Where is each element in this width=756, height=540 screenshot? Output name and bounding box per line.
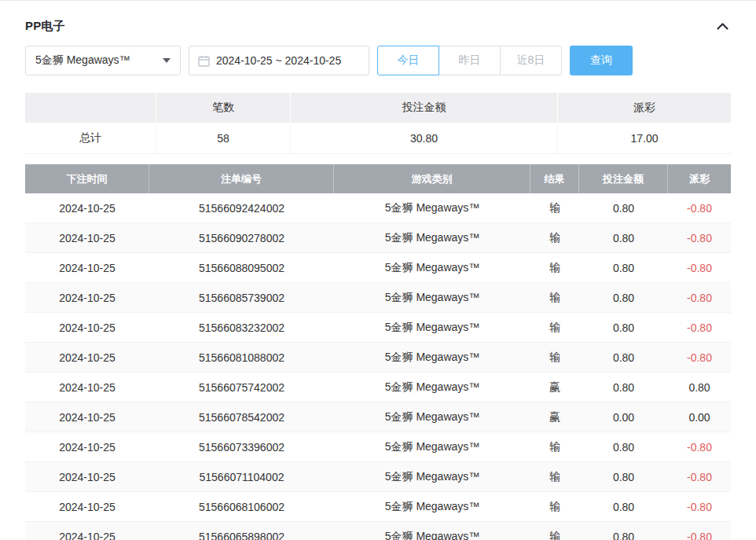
- summary-header-count: 笔数: [156, 93, 291, 123]
- table-row: 2024-10-25515660832320025金狮 Megaways™输0.…: [25, 313, 731, 343]
- cell-payout: 0.80: [668, 373, 731, 402]
- game-select[interactable]: 5金狮 Megaways™: [25, 46, 181, 75]
- date-range-input[interactable]: 2024-10-25 ~ 2024-10-25: [189, 46, 369, 75]
- summary-total-label: 总计: [25, 123, 156, 153]
- cell-result: 输: [530, 313, 579, 342]
- summary-header-row: 笔数 投注金额 派彩: [25, 93, 731, 123]
- cell-bet-amount: 0.80: [579, 193, 668, 222]
- collapse-panel-button[interactable]: [714, 20, 731, 32]
- range-button-yesterday[interactable]: 昨日: [439, 46, 501, 75]
- page-title: PP电子: [25, 19, 65, 34]
- cell-payout: -0.80: [668, 283, 731, 312]
- cell-order-id: 51566073396002: [149, 432, 334, 461]
- cell-result: 赢: [530, 402, 579, 432]
- cell-order-id: 51566071104002: [149, 462, 334, 491]
- table-row: 2024-10-25515660785420025金狮 Megaways™赢0.…: [25, 402, 731, 432]
- cell-result: 输: [530, 193, 579, 222]
- bet-table-body: 2024-10-25515660924240025金狮 Megaways™输0.…: [25, 193, 731, 540]
- cell-game-type: 5金狮 Megaways™: [334, 223, 530, 252]
- range-button-today[interactable]: 今日: [377, 46, 439, 75]
- date-range-value: 2024-10-25 ~ 2024-10-25: [216, 54, 341, 67]
- summary-table: 笔数 投注金额 派彩 总计 58 30.80 17.00: [25, 93, 731, 154]
- cell-bet-amount: 0.80: [579, 343, 668, 372]
- cell-payout: -0.80: [668, 432, 731, 461]
- cell-result: 输: [530, 492, 579, 521]
- cell-order-id: 51566081088002: [149, 343, 334, 372]
- cell-bet-time: 2024-10-25: [25, 462, 149, 491]
- table-row: 2024-10-25515660810880025金狮 Megaways™输0.…: [25, 343, 731, 373]
- cell-payout: 0.00: [668, 402, 731, 432]
- table-row: 2024-10-25515660757420025金狮 Megaways™赢0.…: [25, 373, 731, 402]
- cell-game-type: 5金狮 Megaways™: [334, 343, 530, 372]
- cell-bet-time: 2024-10-25: [25, 373, 149, 402]
- cell-result: 输: [530, 283, 579, 312]
- cell-order-id: 51566065898002: [149, 522, 334, 540]
- cell-bet-time: 2024-10-25: [25, 492, 149, 521]
- filter-toolbar: 5金狮 Megaways™ 2024-10-25 ~ 2024-10-25 今日…: [25, 46, 731, 75]
- cell-order-id: 51566085739002: [149, 283, 334, 312]
- cell-result: 输: [530, 462, 579, 491]
- cell-order-id: 51566092424002: [149, 193, 334, 222]
- cell-game-type: 5金狮 Megaways™: [334, 313, 530, 342]
- table-row: 2024-10-25515660857390025金狮 Megaways™输0.…: [25, 283, 731, 313]
- cell-payout: -0.80: [668, 223, 731, 252]
- cell-bet-time: 2024-10-25: [25, 432, 149, 461]
- cell-bet-time: 2024-10-25: [25, 402, 149, 432]
- table-row: 2024-10-25515660658980025金狮 Megaways™输0.…: [25, 522, 731, 540]
- cell-payout: -0.80: [668, 343, 731, 372]
- header-result: 结果: [530, 164, 579, 193]
- search-button[interactable]: 查询: [570, 46, 633, 75]
- cell-payout: -0.80: [668, 462, 731, 491]
- pp-electronic-panel: PP电子 5金狮 Megaways™ 2024-10-25 ~ 2024-10-…: [0, 0, 756, 540]
- table-row: 2024-10-25515660924240025金狮 Megaways™输0.…: [25, 193, 731, 223]
- summary-total-bet-amount: 30.80: [291, 123, 558, 153]
- cell-game-type: 5金狮 Megaways™: [334, 462, 530, 491]
- header-bet-amount: 投注金额: [579, 164, 668, 193]
- panel-header: PP电子: [25, 1, 731, 46]
- range-button-last8days[interactable]: 近8日: [500, 46, 562, 75]
- cell-game-type: 5金狮 Megaways™: [334, 402, 530, 432]
- cell-bet-amount: 0.80: [579, 373, 668, 402]
- summary-header-blank: [25, 93, 156, 123]
- cell-order-id: 51566083232002: [149, 313, 334, 342]
- cell-order-id: 51566090278002: [149, 223, 334, 252]
- table-row: 2024-10-25515660711040025金狮 Megaways™输0.…: [25, 462, 731, 492]
- cell-payout: -0.80: [668, 492, 731, 521]
- cell-bet-time: 2024-10-25: [25, 223, 149, 252]
- table-row: 2024-10-25515660681060025金狮 Megaways™输0.…: [25, 492, 731, 522]
- chevron-up-icon: [716, 21, 729, 33]
- cell-bet-amount: 0.80: [579, 283, 668, 312]
- summary-total-count: 58: [156, 123, 291, 153]
- cell-game-type: 5金狮 Megaways™: [334, 193, 530, 222]
- header-bet-time: 下注时间: [25, 164, 149, 193]
- table-row: 2024-10-25515660880950025金狮 Megaways™输0.…: [25, 253, 731, 283]
- table-row: 2024-10-25515660733960025金狮 Megaways™输0.…: [25, 432, 731, 462]
- cell-payout: -0.80: [668, 313, 731, 342]
- chevron-down-icon: [163, 58, 171, 63]
- cell-bet-amount: 0.80: [579, 522, 668, 540]
- summary-header-bet-amount: 投注金额: [291, 93, 558, 123]
- calendar-icon: [198, 55, 210, 67]
- header-payout: 派彩: [668, 164, 731, 193]
- cell-game-type: 5金狮 Megaways™: [334, 492, 530, 521]
- cell-bet-time: 2024-10-25: [25, 193, 149, 222]
- header-order-id: 注单编号: [149, 164, 334, 193]
- summary-total-payout: 17.00: [558, 123, 731, 153]
- bet-table-header-row: 下注时间 注单编号 游戏类别 结果 投注金额 派彩: [25, 164, 731, 193]
- cell-game-type: 5金狮 Megaways™: [334, 373, 530, 402]
- cell-bet-time: 2024-10-25: [25, 253, 149, 282]
- cell-result: 输: [530, 432, 579, 461]
- cell-game-type: 5金狮 Megaways™: [334, 522, 530, 540]
- cell-bet-time: 2024-10-25: [25, 283, 149, 312]
- cell-result: 输: [530, 253, 579, 282]
- cell-payout: -0.80: [668, 253, 731, 282]
- cell-bet-amount: 0.80: [579, 253, 668, 282]
- cell-bet-amount: 0.80: [579, 462, 668, 491]
- cell-result: 输: [530, 522, 579, 540]
- cell-game-type: 5金狮 Megaways™: [334, 283, 530, 312]
- quick-range-buttons: 今日昨日近8日: [377, 46, 562, 75]
- cell-bet-amount: 0.80: [579, 313, 668, 342]
- cell-payout: -0.80: [668, 193, 731, 222]
- cell-bet-time: 2024-10-25: [25, 343, 149, 372]
- cell-order-id: 51566068106002: [149, 492, 334, 521]
